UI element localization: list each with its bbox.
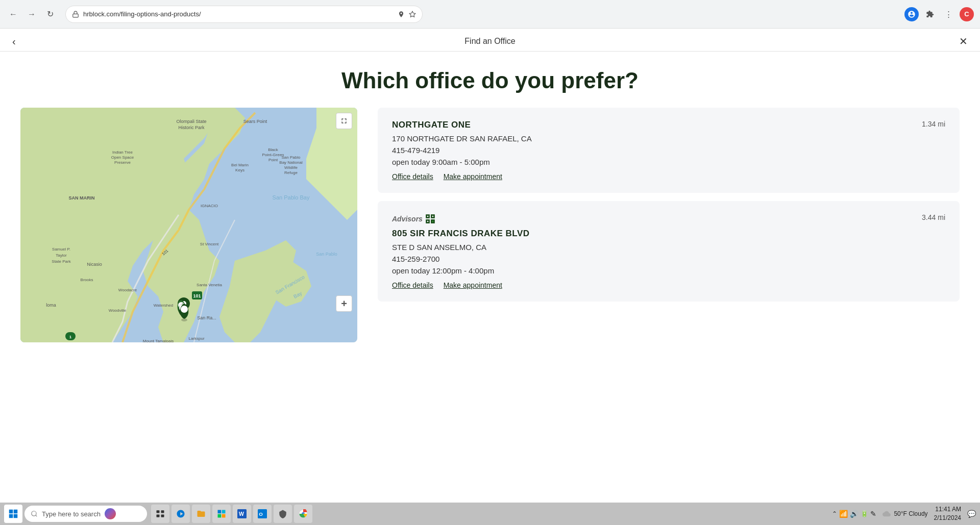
svg-rect-71 [157,510,160,513]
svg-point-70 [32,511,36,516]
svg-text:Indian Tree: Indian Tree [112,150,133,155]
office-header-2: Advisors 3.44 mi [392,213,945,224]
page-close-button[interactable]: ✕ [959,35,968,47]
lock-icon [72,11,79,18]
outlook-button[interactable]: O [253,505,272,523]
svg-text:Open Space: Open Space [111,155,134,160]
map-zoom-in-button[interactable]: + [336,295,352,312]
svg-text:Point: Point [268,158,278,162]
security-button[interactable] [274,505,292,523]
chrome-button[interactable] [294,505,312,523]
edge-button[interactable] [172,505,190,523]
task-view-button[interactable] [151,505,169,523]
network-icon: 📶 [839,510,848,518]
svg-text:Olompali State: Olompali State [176,119,206,124]
svg-rect-72 [161,510,164,513]
taskbar-search-box[interactable]: Type here to search [24,506,147,522]
svg-text:State Park: State Park [52,259,71,264]
profile-avatar[interactable]: C [960,7,974,21]
svg-text:Historic Park: Historic Park [178,125,205,130]
svg-rect-62 [427,216,428,217]
svg-text:Bel Marin: Bel Marin [231,163,249,167]
page-back-button[interactable]: ‹ [12,36,16,47]
svg-text:loma: loma [46,303,56,308]
make-appointment-button-2[interactable]: Make appointment [444,281,502,289]
up-arrow-icon[interactable]: ⌃ [832,510,837,517]
office-distance-1: 1.34 mi [922,120,945,128]
start-button[interactable] [4,505,22,523]
url-text: hrblock.com/filing-options-and-products/ [83,10,394,18]
office-details-link-1[interactable]: Office details [392,172,433,181]
svg-text:1: 1 [69,335,72,339]
svg-text:Keys: Keys [235,168,244,172]
main-content: ‹ Find an Office ✕ Which office do you p… [0,29,980,503]
microsoft-store-button[interactable] [212,505,231,523]
block-advisors-icon [425,213,436,224]
svg-text:Black: Black [268,147,279,152]
svg-text:San Ra...: San Ra... [197,315,216,320]
svg-text:Wildlife: Wildlife [284,165,298,170]
make-appointment-button-1[interactable]: Make appointment [444,172,502,181]
menu-button[interactable]: ⋮ [941,7,955,21]
office-actions-2: Office details Make appointment [392,281,945,289]
office-card-1: NORTHGATE ONE 1.34 mi 170 NORTHGATE DR S… [378,108,960,193]
edge-icon [176,509,185,518]
svg-rect-68 [9,514,13,518]
office-card-2: Advisors 3.44 mi [378,201,960,302]
back-button[interactable]: ← [6,7,20,21]
location-icon [398,11,405,18]
file-explorer-button[interactable] [192,505,210,523]
address-bar[interactable]: hrblock.com/filing-options-and-products/ [65,6,423,23]
svg-rect-78 [222,514,226,518]
browser-chrome: ← → ↻ hrblock.com/filing-options-and-pro… [0,0,980,29]
svg-text:Bay National: Bay National [279,160,303,165]
speaker-icon: 🔊 [850,510,859,518]
svg-text:O: O [259,511,263,517]
copilot-button[interactable] [105,508,116,519]
svg-text:Watershed: Watershed [154,303,173,308]
weather-text: 50°F Cloudy [894,510,927,517]
svg-text:Sears Point: Sears Point [243,119,267,124]
shield-icon [278,509,287,518]
svg-text:W: W [239,511,244,517]
office-hours-2: open today 12:00pm - 4:00pm [392,266,945,275]
pen-icon: ✎ [870,510,876,518]
extensions-button[interactable] [923,7,937,21]
office-phone-2: 415-259-2700 [392,255,945,263]
reload-button[interactable]: ↻ [43,7,57,21]
taskbar-right: ⌃ 📶 🔊 🔋 ✎ 50°F Cloudy 11:41 AM 2/11/2024… [832,505,976,522]
svg-rect-76 [222,510,226,514]
svg-text:Preserve: Preserve [114,160,131,165]
star-icon [409,11,416,18]
svg-rect-66 [9,510,13,514]
office-phone-1: 415-479-4219 [392,146,945,155]
office-details-link-2[interactable]: Office details [392,281,433,289]
office-actions-1: Office details Make appointment [392,172,945,181]
map-fullscreen-button[interactable] [336,113,352,129]
svg-rect-74 [161,515,164,517]
notification-icon[interactable]: 💬 [967,510,976,518]
svg-text:Taylor: Taylor [56,253,67,258]
clock-date: 2/11/2024 [934,514,961,522]
search-icon [31,510,38,517]
svg-text:IGNACIO: IGNACIO [201,204,218,208]
browser-icons: ⋮ C [904,7,974,21]
map-container[interactable]: 101 SAN MARIN Samuel P. Taylor State Par… [20,108,357,342]
office-name-1: NORTHGATE ONE [392,120,471,130]
word-button[interactable]: W [233,505,251,523]
page-header: ‹ Find an Office ✕ [0,29,980,52]
svg-text:SAN MARIN: SAN MARIN [69,195,95,201]
two-column-layout: 101 SAN MARIN Samuel P. Taylor State Par… [0,108,980,503]
svg-text:Samuel P.: Samuel P. [52,247,70,252]
battery-icon: 🔋 [861,510,868,517]
svg-text:101: 101 [193,293,201,298]
page-header-title: Find an Office [464,37,515,46]
svg-rect-0 [73,14,79,17]
svg-point-45 [181,306,188,313]
svg-rect-73 [157,515,160,517]
office-header-1: NORTHGATE ONE 1.34 mi [392,120,945,130]
forward-button[interactable]: → [24,7,39,21]
svg-text:Point-Green: Point-Green [262,153,284,157]
office-name-2: 805 SIR FRANCIS DRAKE BLVD [392,229,945,239]
clock-widget: 11:41 AM 2/11/2024 [934,505,961,522]
